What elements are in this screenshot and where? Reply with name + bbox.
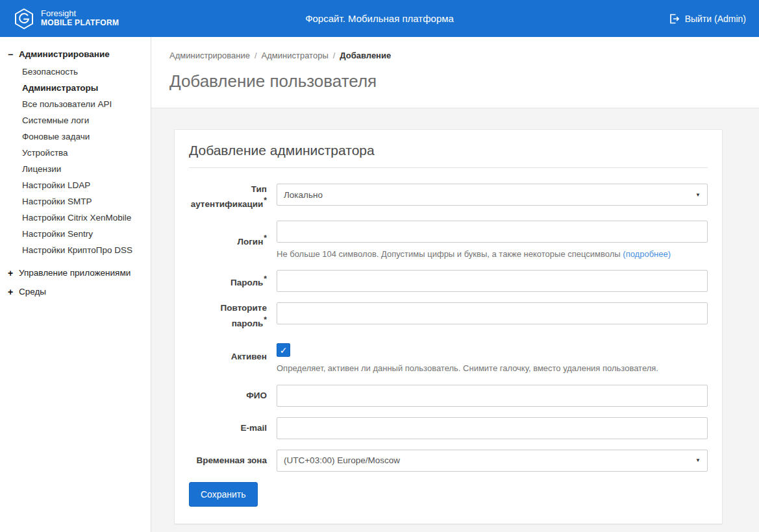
checkmark-icon: ✓ [280, 345, 288, 356]
required-asterisk: * [264, 274, 267, 284]
active-row: Активен ✓ Определяет, активен ли данный … [189, 339, 708, 374]
breadcrumb-current: Добавление [340, 51, 391, 60]
page-head: Администрирование / Администраторы / Доб… [151, 37, 759, 108]
login-help-details-link[interactable]: (подробнее) [623, 249, 671, 259]
sidebar-nav: − Администрирование Безопасность Админис… [0, 37, 151, 532]
sidebar-item-devices[interactable]: Устройства [19, 145, 147, 161]
expand-icon[interactable]: + [6, 287, 14, 296]
required-asterisk: * [264, 196, 267, 205]
auth-type-label: Тип аутентификации* [189, 184, 267, 210]
timezone-label: Временная зона [189, 450, 267, 472]
login-help: Не больше 104 символов. Допустимы цифры … [277, 248, 708, 260]
app-logo[interactable]: Foresight MOBILE PLATFORM [13, 8, 119, 30]
breadcrumb: Администрирование / Администраторы / Доб… [169, 51, 741, 60]
active-help: Определяет, активен ли данный пользовате… [277, 363, 708, 374]
logout-icon [669, 14, 679, 24]
breadcrumb-administrators[interactable]: Администраторы [262, 51, 329, 60]
password-repeat-label: Повторите пароль* [189, 302, 267, 329]
required-asterisk: * [264, 234, 267, 243]
top-header: Foresight MOBILE PLATFORM Форсайт. Мобил… [0, 0, 759, 37]
breadcrumb-separator: / [333, 51, 336, 60]
password-repeat-input[interactable] [277, 302, 708, 324]
chevron-down-icon: ▼ [695, 192, 701, 198]
breadcrumb-separator: / [255, 51, 257, 60]
sidebar-section-administration[interactable]: − Администрирование [5, 46, 147, 62]
password-repeat-row: Повторите пароль* [189, 302, 708, 329]
logout-label: Выйти (Admin) [685, 14, 746, 24]
timezone-select[interactable]: (UTC+03:00) Europe/Moscow ▼ [277, 450, 708, 472]
save-button[interactable]: Сохранить [189, 482, 258, 507]
password-row: Пароль* [189, 270, 708, 292]
sidebar-item-citrix-xenmobile-settings[interactable]: Настройки Citrix XenMobile [19, 210, 147, 226]
logo-text: Foresight MOBILE PLATFORM [41, 9, 119, 28]
timezone-value: (UTC+03:00) Europe/Moscow [284, 455, 400, 465]
foresight-hexagon-logo-icon [13, 8, 35, 30]
active-checkbox[interactable]: ✓ [277, 343, 290, 357]
logo-line2: MOBILE PLATFORM [41, 19, 119, 28]
full-name-row: ФИО [189, 385, 708, 407]
page-title: Добавление пользователя [169, 71, 741, 91]
sidebar-tree: Безопасность Администраторы Все пользова… [5, 62, 147, 262]
auth-type-value: Локально [284, 190, 323, 200]
sidebar-item-background-tasks[interactable]: Фоновые задачи [19, 128, 147, 145]
add-admin-card: Добавление администратора Тип аутентифик… [174, 129, 723, 524]
sidebar-section-label: Среды [19, 287, 46, 296]
card-title: Добавление администратора [189, 143, 708, 168]
collapse-icon[interactable]: − [6, 50, 14, 59]
sidebar-item-administrators[interactable]: Администраторы [19, 80, 147, 96]
sidebar-item-ldap-settings[interactable]: Настройки LDAP [19, 177, 147, 193]
logout-button[interactable]: Выйти (Admin) [669, 14, 746, 24]
login-label: Логин* [189, 221, 267, 260]
chevron-down-icon: ▼ [695, 457, 701, 463]
email-label: E-mail [189, 417, 267, 439]
timezone-row: Временная зона (UTC+03:00) Europe/Moscow… [189, 450, 708, 472]
expand-icon[interactable]: + [6, 269, 14, 278]
sidebar-item-system-logs[interactable]: Системные логи [19, 112, 147, 128]
login-row: Логин* Не больше 104 символов. Допустимы… [189, 221, 708, 260]
sidebar-section-environments[interactable]: + Среды [5, 284, 147, 300]
auth-type-select[interactable]: Локально ▼ [277, 184, 708, 206]
password-label: Пароль* [189, 270, 267, 292]
sidebar-item-smtp-settings[interactable]: Настройки SMTP [19, 193, 147, 210]
sidebar-section-label: Управление приложениями [19, 268, 131, 278]
full-name-label: ФИО [189, 385, 267, 407]
password-input[interactable] [277, 270, 708, 292]
sidebar-section-label: Администрирование [19, 49, 110, 59]
page-body: Добавление администратора Тип аутентифик… [151, 108, 759, 532]
breadcrumb-administration[interactable]: Администрирование [169, 51, 250, 60]
sidebar-item-sentry-settings[interactable]: Настройки Sentry [19, 226, 147, 242]
required-asterisk: * [264, 315, 267, 324]
email-row: E-mail [189, 417, 708, 439]
email-field[interactable] [277, 417, 708, 439]
auth-type-row: Тип аутентификации* Локально ▼ [189, 184, 708, 210]
active-label: Активен [189, 339, 267, 374]
sidebar-item-licenses[interactable]: Лицензии [19, 161, 147, 177]
sidebar-item-cryptopro-dss-settings[interactable]: Настройки КриптоПро DSS [19, 242, 147, 258]
logo-line1: Foresight [41, 9, 119, 19]
sidebar-item-api-users[interactable]: Все пользователи API [19, 96, 147, 112]
login-input[interactable] [277, 221, 708, 243]
main-content: Администрирование / Администраторы / Доб… [151, 37, 759, 532]
full-name-input[interactable] [277, 385, 708, 407]
sidebar-section-app-management[interactable]: + Управление приложениями [5, 265, 147, 281]
app-title: Форсайт. Мобильная платформа [305, 13, 454, 24]
sidebar-item-security[interactable]: Безопасность [19, 64, 147, 80]
